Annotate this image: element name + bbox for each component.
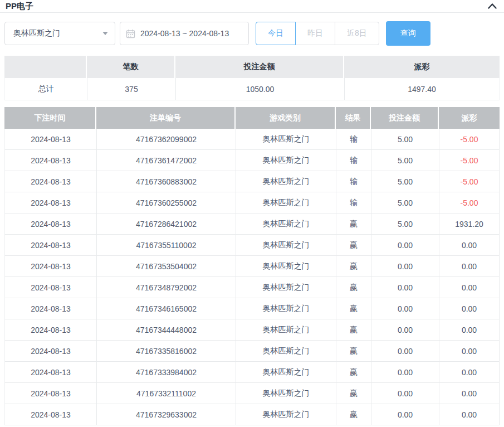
summary-header-row: 笔数 投注金额 派彩 xyxy=(4,56,500,78)
cell-game-type: 奥林匹斯之门 xyxy=(236,298,336,319)
summary-header-count: 笔数 xyxy=(87,56,175,78)
cell-order-no: 47167332111002 xyxy=(97,383,236,404)
quick-date-yesterday[interactable]: 昨日 xyxy=(295,22,335,45)
table-row: 2024-08-13 47167355110002 奥林匹斯之门 赢 0.00 … xyxy=(4,235,500,256)
calendar-icon xyxy=(126,29,135,38)
cell-payout: 0.00 xyxy=(439,404,500,425)
cell-order-no: 47167286421002 xyxy=(97,213,236,234)
cell-bet-amount: 5.00 xyxy=(371,150,439,171)
cell-game-type: 奥林匹斯之门 xyxy=(236,383,336,404)
cell-order-no: 47167348792002 xyxy=(97,277,236,298)
cell-bet-amount: 0.00 xyxy=(371,319,439,340)
quick-date-today[interactable]: 今日 xyxy=(256,22,296,45)
date-range-picker[interactable]: 2024-08-13 ~ 2024-08-13 xyxy=(120,22,249,45)
cell-bet-amount: 5.00 xyxy=(371,213,439,234)
cell-result: 赢 xyxy=(336,298,371,319)
table-row: 2024-08-13 47167329633002 奥林匹斯之门 赢 0.00 … xyxy=(4,404,500,425)
cell-bet-time: 2024-08-13 xyxy=(5,341,97,361)
cell-bet-time: 2024-08-13 xyxy=(5,277,97,298)
table-row: 2024-08-13 47167286421002 奥林匹斯之门 赢 5.00 … xyxy=(4,213,500,235)
cell-bet-time: 2024-08-13 xyxy=(5,171,97,192)
query-button[interactable]: 查询 xyxy=(386,21,430,46)
cell-bet-time: 2024-08-13 xyxy=(5,298,97,319)
quick-date-group: 今日 昨日 近8日 xyxy=(256,22,379,45)
panel-header: PP电子 xyxy=(0,0,504,13)
cell-result: 输 xyxy=(336,150,371,171)
cell-game-type: 奥林匹斯之门 xyxy=(236,319,336,340)
bets-table-body: 2024-08-13 47167362099002 奥林匹斯之门 输 5.00 … xyxy=(4,129,500,425)
summary-total-row: 总计 375 1050.00 1497.40 xyxy=(4,78,500,100)
chevron-down-icon xyxy=(102,32,108,35)
cell-bet-time: 2024-08-13 xyxy=(5,362,97,382)
cell-bet-amount: 0.00 xyxy=(371,362,439,382)
cell-bet-time: 2024-08-13 xyxy=(5,213,97,234)
cell-bet-amount: 5.00 xyxy=(371,171,439,192)
page-title: PP电子 xyxy=(6,1,33,12)
summary-header-bet-amount: 投注金额 xyxy=(175,56,344,78)
cell-result: 赢 xyxy=(336,383,371,404)
cell-game-type: 奥林匹斯之门 xyxy=(236,277,336,298)
cell-payout: 0.00 xyxy=(439,341,500,361)
cell-order-no: 47167329633002 xyxy=(97,404,236,425)
cell-game-type: 奥林匹斯之门 xyxy=(236,362,336,382)
summary-header-payout: 派彩 xyxy=(344,56,500,78)
table-row: 2024-08-13 47167353504002 奥林匹斯之门 赢 0.00 … xyxy=(4,256,500,277)
quick-date-last8days[interactable]: 近8日 xyxy=(335,22,379,45)
table-row: 2024-08-13 47167360255002 奥林匹斯之门 输 5.00 … xyxy=(4,192,500,213)
col-game-type: 游戏类别 xyxy=(236,107,336,129)
cell-bet-amount: 0.00 xyxy=(371,404,439,425)
cell-result: 赢 xyxy=(336,256,371,276)
filter-bar: 奥林匹斯之门 2024-08-13 ~ 2024-08-13 xyxy=(4,21,500,46)
cell-order-no: 47167360883002 xyxy=(97,171,236,192)
cell-order-no: 47167353504002 xyxy=(97,256,236,276)
cell-result: 赢 xyxy=(336,404,371,425)
cell-payout: 0.00 xyxy=(439,383,500,404)
cell-payout: 0.00 xyxy=(439,362,500,382)
col-bet-time: 下注时间 xyxy=(4,107,96,129)
cell-bet-amount: 0.00 xyxy=(371,235,439,255)
cell-order-no: 47167362099002 xyxy=(97,129,236,149)
cell-bet-amount: 0.00 xyxy=(371,341,439,361)
cell-game-type: 奥林匹斯之门 xyxy=(236,171,336,192)
cell-payout: 0.00 xyxy=(439,298,500,319)
cell-game-type: 奥林匹斯之门 xyxy=(236,341,336,361)
table-row: 2024-08-13 47167333984002 奥林匹斯之门 赢 0.00 … xyxy=(4,362,500,383)
bets-header-row: 下注时间 注单编号 游戏类别 结果 投注金额 派彩 xyxy=(4,107,500,129)
cell-result: 赢 xyxy=(336,235,371,255)
cell-game-type: 奥林匹斯之门 xyxy=(236,150,336,171)
cell-payout: 0.00 xyxy=(439,277,500,298)
summary-total-bet-amount: 1050.00 xyxy=(176,78,345,100)
cell-payout: -5.00 xyxy=(439,192,500,213)
chevron-up-icon xyxy=(487,2,497,10)
cell-payout: -5.00 xyxy=(439,171,500,192)
cell-result: 输 xyxy=(336,192,371,213)
date-range-value: 2024-08-13 ~ 2024-08-13 xyxy=(140,29,229,38)
cell-game-type: 奥林匹斯之门 xyxy=(236,213,336,234)
summary-total-count: 375 xyxy=(87,78,176,100)
cell-result: 输 xyxy=(336,129,371,149)
cell-payout: 1931.20 xyxy=(439,213,500,234)
pp-games-panel: PP电子 奥林匹斯之门 xyxy=(0,0,504,427)
cell-payout: 0.00 xyxy=(439,256,500,276)
cell-game-type: 奥林匹斯之门 xyxy=(236,235,336,255)
table-row: 2024-08-13 47167360883002 奥林匹斯之门 输 5.00 … xyxy=(4,171,500,192)
cell-order-no: 47167346165002 xyxy=(97,298,236,319)
table-row: 2024-08-13 47167348792002 奥林匹斯之门 赢 0.00 … xyxy=(4,277,500,298)
cell-bet-time: 2024-08-13 xyxy=(5,150,97,171)
cell-game-type: 奥林匹斯之门 xyxy=(236,256,336,276)
cell-bet-amount: 0.00 xyxy=(371,277,439,298)
summary-table: 笔数 投注金额 派彩 总计 375 1050.00 1497.40 xyxy=(4,56,500,100)
summary-header-empty xyxy=(4,56,87,78)
game-select[interactable]: 奥林匹斯之门 xyxy=(4,22,115,45)
cell-bet-time: 2024-08-13 xyxy=(5,235,97,255)
cell-bet-time: 2024-08-13 xyxy=(5,404,97,425)
table-row: 2024-08-13 47167335816002 奥林匹斯之门 赢 0.00 … xyxy=(4,341,500,362)
cell-order-no: 47167333984002 xyxy=(97,362,236,382)
col-order-no: 注单编号 xyxy=(96,107,236,129)
collapse-button[interactable] xyxy=(487,2,497,10)
cell-order-no: 47167355110002 xyxy=(97,235,236,255)
cell-order-no: 47167335816002 xyxy=(97,341,236,361)
cell-payout: 0.00 xyxy=(439,319,500,340)
cell-bet-time: 2024-08-13 xyxy=(5,319,97,340)
cell-game-type: 奥林匹斯之门 xyxy=(236,192,336,213)
